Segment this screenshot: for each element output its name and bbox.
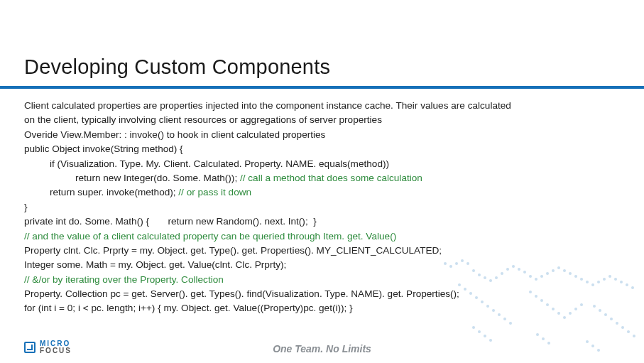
svg-point-50 (563, 316, 566, 319)
comment-line-7: // and the value of a client calculated … (24, 229, 620, 244)
code-line-12: for (int i = 0; i < pc. length; i++) { m… (24, 301, 620, 315)
code-line-9: Integer some. Math = my. Object. get. Va… (24, 258, 620, 272)
svg-point-59 (621, 326, 624, 329)
svg-point-42 (503, 318, 506, 320)
code-line-3-comment: // call a method that does some calculat… (240, 173, 422, 183)
logo-line-2: FOCUS (40, 347, 72, 354)
code-line-6: private int do. Some. Math() { return ne… (24, 215, 620, 229)
logo-mark-icon (24, 342, 36, 353)
code-line-11: Property. Collection pc = get. Server().… (24, 287, 620, 301)
svg-point-58 (616, 322, 618, 325)
svg-point-57 (610, 318, 613, 320)
footer-tagline: One Team. No Limits (273, 343, 371, 354)
code-line-4-code: return super. invoke(method); (50, 187, 178, 197)
code-line-4: return super. invoke(method); // or pass… (24, 185, 620, 200)
logo-text: MICRO FOCUS (40, 340, 72, 354)
body-content: Client calculated properties are propert… (0, 89, 644, 316)
code-line-3: return new Integer(do. Some. Math()); //… (24, 171, 620, 185)
intro-line-3: Overide View.Member: : invoke() to hook … (24, 128, 620, 142)
comment-line-10: // &/or by iterating over the Property. … (24, 273, 620, 287)
code-line-4-comment: // or pass it down (178, 187, 251, 197)
slide: Developing Custom Components Client calc… (0, 0, 644, 363)
svg-point-62 (472, 326, 475, 329)
code-line-8: Property clnt. Clc. Prprty = my. Object.… (24, 244, 620, 258)
code-line-5: } (24, 200, 620, 215)
code-line-1: public Object invoke(String method) { (24, 142, 620, 156)
intro-line-1: Client calculated properties are propert… (24, 99, 620, 113)
code-line-3-code: return new Integer(do. Some. Math()); (75, 173, 240, 183)
brand-logo: MICRO FOCUS (24, 340, 72, 354)
intro-line-2: on the client, typically involving clien… (24, 113, 620, 127)
page-title: Developing Custom Components (0, 0, 644, 79)
code-line-2: if (Visualization. Type. My. Client. Cal… (24, 157, 620, 171)
svg-point-43 (509, 322, 512, 325)
